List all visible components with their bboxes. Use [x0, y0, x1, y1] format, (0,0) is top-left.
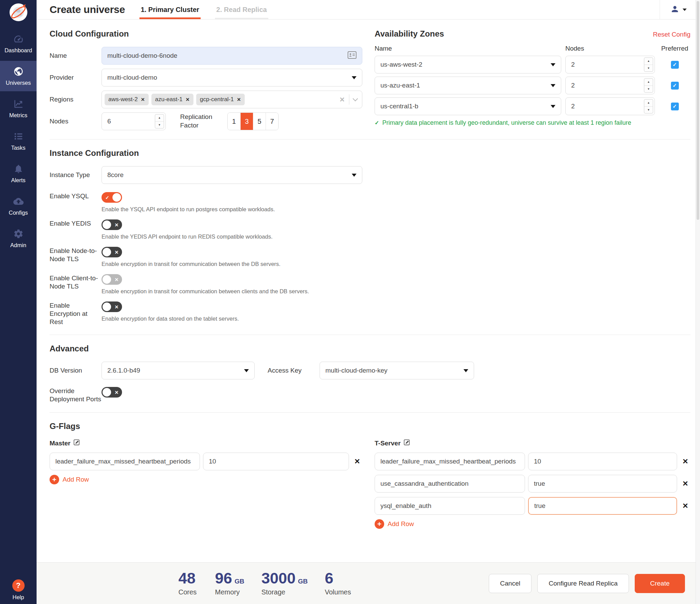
stepper-up-icon[interactable]: ▲ — [644, 99, 653, 107]
remove-region-icon[interactable]: ✕ — [237, 97, 241, 102]
scrollbar-thumb[interactable] — [697, 1, 699, 220]
section-divider — [50, 139, 690, 139]
enable-ysql-toggle[interactable]: ✓ — [102, 192, 122, 203]
remove-row-icon[interactable]: ✕ — [680, 502, 690, 510]
encryption-at-rest-toggle[interactable]: ✕ — [102, 301, 122, 312]
remove-region-icon[interactable]: ✕ — [141, 97, 145, 102]
az-select[interactable]: us-aws-west-2 — [375, 56, 561, 73]
sidebar-item-help[interactable]: ? Help — [12, 579, 25, 601]
preferred-checkbox[interactable]: ✓ — [671, 61, 679, 69]
chevron-down-icon[interactable] — [353, 96, 358, 101]
volumes-label: Volumes — [325, 588, 351, 596]
remove-row-icon[interactable]: ✕ — [352, 457, 362, 466]
user-menu[interactable] — [660, 0, 696, 19]
universe-name-input[interactable] — [107, 52, 348, 59]
caret-down-icon — [244, 369, 249, 372]
remove-row-icon[interactable]: ✕ — [680, 457, 690, 466]
summary-footer: 48 Cores 96 GB Memory 3000 GB Storage — [37, 562, 700, 604]
rf-option-5[interactable]: 5 — [253, 113, 266, 130]
tserver-add-row-button[interactable]: + Add Row — [375, 519, 690, 529]
override-ports-toggle[interactable]: ✕ — [102, 387, 122, 398]
instance-type-label: Instance Type — [50, 171, 102, 179]
edit-icon[interactable] — [73, 439, 80, 447]
enable-yedis-toggle[interactable]: ✕ — [102, 219, 122, 230]
az-select[interactable]: us-azu-east-1 — [375, 77, 561, 94]
sidebar-item-configs[interactable]: Configs — [0, 191, 37, 221]
sidebar-item-universes[interactable]: Universes — [0, 61, 37, 91]
cancel-button[interactable]: Cancel — [489, 574, 531, 593]
regions-multiselect[interactable]: aws-west-2 ✕ azu-east-1 ✕ gcp-central-1 … — [102, 91, 362, 108]
gflag-row: ✕ — [375, 497, 690, 515]
configure-read-replica-button[interactable]: Configure Read Replica — [537, 574, 629, 593]
rf-option-7[interactable]: 7 — [266, 113, 278, 130]
az-value: us-azu-east-1 — [380, 82, 420, 89]
stepper-down-icon[interactable]: ▼ — [644, 65, 653, 72]
sidebar-item-admin[interactable]: Admin — [0, 223, 37, 254]
rf-option-3[interactable]: 3 — [240, 113, 253, 130]
gflag-key-input[interactable] — [380, 480, 519, 487]
check-icon: ✓ — [105, 195, 109, 200]
memory-unit: GB — [234, 578, 244, 585]
gflag-value-input[interactable] — [534, 480, 671, 487]
az-nodes-input[interactable] — [571, 61, 641, 68]
sidebar-item-tasks[interactable]: Tasks — [0, 126, 37, 156]
check-icon: ✓ — [375, 120, 379, 126]
clear-all-icon[interactable]: ✕ — [339, 96, 345, 104]
tab-read-replica[interactable]: 2. Read Replica — [215, 0, 268, 19]
gflag-value-field — [528, 453, 677, 470]
sidebar-item-metrics[interactable]: Metrics — [0, 93, 37, 124]
caret-down-icon — [551, 84, 555, 87]
check-icon: ✓ — [673, 82, 677, 89]
provider-select[interactable]: multi-cloud-demo — [102, 69, 362, 86]
cross-icon: ✕ — [115, 304, 119, 310]
enable-yedis-help: Enable the YEDIS API endpoint to run RED… — [102, 233, 272, 240]
stepper-up-icon[interactable]: ▲ — [644, 79, 653, 86]
rf-option-1[interactable]: 1 — [228, 113, 240, 130]
caret-down-icon — [551, 63, 555, 66]
stepper-up-icon[interactable]: ▲ — [155, 115, 164, 122]
sidebar-item-label: Help — [13, 594, 24, 601]
instance-configuration-section: Instance Configuration Instance Type 8co… — [50, 148, 690, 326]
az-select[interactable]: us-central1-b — [375, 97, 561, 115]
preferred-checkbox[interactable]: ✓ — [671, 103, 679, 110]
edit-icon[interactable] — [404, 439, 410, 447]
vertical-scrollbar[interactable] — [696, 0, 700, 604]
az-nodes-stepper: ▲ ▼ — [565, 77, 655, 94]
sidebar-item-dashboard[interactable]: Dashboard — [0, 28, 37, 59]
reset-config-link[interactable]: Reset Config — [653, 31, 690, 38]
access-key-select[interactable]: multi-cloud-demo-key — [320, 362, 474, 379]
cross-icon: ✕ — [115, 222, 119, 228]
gflag-value-input[interactable] — [209, 458, 343, 465]
remove-region-icon[interactable]: ✕ — [186, 97, 190, 102]
yugabyte-logo[interactable] — [9, 3, 28, 22]
create-button[interactable]: Create — [635, 574, 685, 593]
nodes-input[interactable] — [107, 118, 152, 125]
stepper-up-icon[interactable]: ▲ — [644, 58, 653, 65]
help-icon: ? — [12, 579, 25, 592]
sidebar-item-label: Dashboard — [4, 47, 32, 54]
node-to-node-tls-toggle[interactable]: ✕ — [102, 247, 122, 257]
gflag-key-input[interactable] — [380, 502, 519, 510]
az-nodes-input[interactable] — [571, 82, 641, 89]
node-to-node-tls-row: Enable Node-to-Node TLS ✕ Enable encrypt… — [50, 247, 690, 267]
stepper-down-icon[interactable]: ▼ — [155, 122, 164, 129]
client-to-node-tls-row: Enable Client-to-Node TLS ✕ Enable encry… — [50, 274, 690, 295]
enable-ysql-row: Enable YSQL ✓ Enable the YSQL API endpoi… — [50, 192, 690, 213]
preferred-checkbox[interactable]: ✓ — [671, 82, 679, 90]
az-nodes-input[interactable] — [571, 103, 641, 110]
instance-type-select[interactable]: 8core — [102, 166, 362, 184]
gflag-key-field — [375, 497, 525, 515]
stepper-down-icon[interactable]: ▼ — [644, 107, 653, 113]
gflag-key-input[interactable] — [380, 458, 519, 465]
availability-zones-heading: Availability Zones — [375, 29, 444, 39]
db-version-select[interactable]: 2.6.1.0-b49 — [102, 362, 255, 379]
gflag-key-input[interactable] — [55, 458, 194, 465]
sidebar-item-alerts[interactable]: Alerts — [0, 158, 37, 189]
remove-row-icon[interactable]: ✕ — [680, 480, 690, 488]
tab-primary-cluster[interactable]: 1. Primary Cluster — [139, 0, 201, 19]
gflag-value-input[interactable] — [534, 502, 671, 510]
cores-label: Cores — [178, 588, 198, 596]
master-add-row-button[interactable]: + Add Row — [50, 475, 362, 484]
gflag-value-input[interactable] — [534, 458, 671, 465]
stepper-down-icon[interactable]: ▼ — [644, 86, 653, 93]
